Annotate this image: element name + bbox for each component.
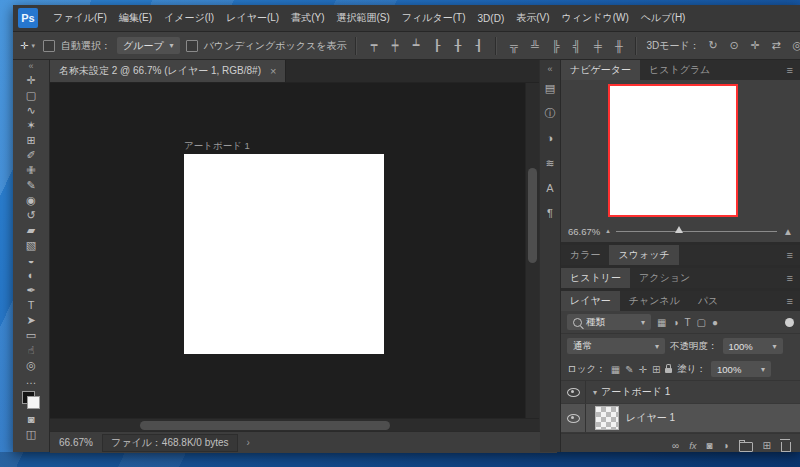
distribute-bottom-icon[interactable]: ╫ bbox=[611, 40, 626, 52]
brush-settings-panel-icon[interactable]: ≋ bbox=[545, 151, 554, 176]
tab-navigator[interactable]: ナビゲーター bbox=[561, 60, 640, 80]
background-color[interactable] bbox=[27, 396, 40, 409]
bounding-box-checkbox[interactable] bbox=[186, 40, 198, 52]
adjustments-panel-icon[interactable]: ◑ bbox=[547, 126, 554, 151]
menu-type[interactable]: 書式(Y) bbox=[285, 11, 330, 25]
layer-mask-icon[interactable]: ◙ bbox=[707, 440, 713, 451]
info-panel-icon[interactable]: ⓘ bbox=[545, 101, 556, 126]
navigator-zoom-slider[interactable] bbox=[616, 231, 777, 232]
pen-tool[interactable]: ✒ bbox=[13, 283, 49, 298]
vertical-scrollbar[interactable] bbox=[525, 83, 539, 418]
crop-tool[interactable]: ⊞ bbox=[13, 133, 49, 148]
3d-drag-icon[interactable]: ✛ bbox=[748, 39, 763, 52]
distribute-top-icon[interactable]: ╦ bbox=[506, 40, 521, 52]
opacity-dropdown[interactable]: 100% ▾ bbox=[723, 338, 783, 354]
filter-smart-objects-icon[interactable]: ● bbox=[712, 317, 718, 328]
align-vertical-centers-icon[interactable]: ┿ bbox=[387, 39, 402, 52]
tab-actions[interactable]: アクション bbox=[630, 268, 699, 288]
layer-filter-toggle[interactable] bbox=[785, 318, 794, 327]
distribute-horizontal-icon[interactable]: ╪ bbox=[590, 40, 605, 52]
quick-mask-icon[interactable]: ◙ bbox=[13, 412, 49, 427]
history-brush-tool[interactable]: ↺ bbox=[13, 208, 49, 223]
distribute-vertical-icon[interactable]: ╩ bbox=[527, 40, 542, 52]
3d-scale-icon[interactable]: ◎ bbox=[790, 39, 800, 52]
link-layers-icon[interactable]: ∞ bbox=[672, 440, 679, 451]
horizontal-scrollbar[interactable] bbox=[50, 418, 539, 432]
gradient-tool[interactable]: ▧ bbox=[13, 238, 49, 253]
layer-filter-dropdown[interactable]: 種類 ▾ bbox=[567, 314, 651, 330]
tab-paths[interactable]: パス bbox=[689, 291, 727, 311]
brush-tool[interactable]: ✎ bbox=[13, 178, 49, 193]
horizontal-scrollbar-thumb[interactable] bbox=[140, 421, 390, 430]
menu-image[interactable]: イメージ(I) bbox=[158, 11, 220, 25]
3d-roll-icon[interactable]: ⊙ bbox=[727, 39, 742, 52]
delete-layer-icon[interactable] bbox=[781, 442, 791, 452]
filter-pixel-layers-icon[interactable]: ▦ bbox=[657, 317, 666, 328]
lock-transparency-icon[interactable]: ▦ bbox=[611, 364, 620, 375]
zoom-tool[interactable]: ◎ bbox=[13, 358, 49, 373]
dodge-tool[interactable]: ◐ bbox=[13, 268, 49, 283]
blur-tool[interactable]: ◒ bbox=[13, 253, 49, 268]
3d-rotate-icon[interactable]: ↻ bbox=[706, 39, 721, 52]
move-tool[interactable]: ✛ bbox=[13, 73, 49, 88]
lasso-tool[interactable]: ∿ bbox=[13, 103, 49, 118]
clone-stamp-tool[interactable]: ◉ bbox=[13, 193, 49, 208]
edit-toolbar-icon[interactable]: … bbox=[13, 373, 49, 388]
menu-view[interactable]: 表示(V) bbox=[510, 11, 555, 25]
lock-artboard-icon[interactable]: ⊞ bbox=[652, 364, 660, 375]
tab-layers[interactable]: レイヤー bbox=[561, 291, 620, 311]
align-horizontal-centers-icon[interactable]: ╂ bbox=[450, 39, 465, 52]
panel-menu-icon[interactable]: ≡ bbox=[780, 268, 800, 288]
distribute-left-icon[interactable]: ╠ bbox=[548, 40, 563, 52]
menu-file[interactable]: ファイル(F) bbox=[47, 11, 113, 25]
3d-slide-icon[interactable]: ⇄ bbox=[769, 39, 784, 52]
document-tab[interactable]: 名称未設定 2 @ 66.7% (レイヤー 1, RGB/8#) × bbox=[50, 60, 286, 82]
layer-row-artboard[interactable]: ▾ アートボード 1 bbox=[561, 381, 800, 404]
blend-mode-dropdown[interactable]: 通常 ▾ bbox=[567, 338, 665, 354]
distribute-right-icon[interactable]: ╣ bbox=[569, 40, 584, 52]
eraser-tool[interactable]: ▰ bbox=[13, 223, 49, 238]
tab-history[interactable]: ヒストリー bbox=[561, 268, 630, 288]
navigator-proxy-view[interactable] bbox=[608, 84, 738, 217]
lock-pixels-icon[interactable]: ✎ bbox=[625, 364, 633, 375]
artboard[interactable] bbox=[184, 154, 384, 354]
marquee-tool[interactable]: ▢ bbox=[13, 88, 49, 103]
eyedropper-tool[interactable]: ✐ bbox=[13, 148, 49, 163]
type-tool[interactable]: T bbox=[13, 298, 49, 313]
artboard-label[interactable]: アートボード 1 bbox=[184, 140, 250, 153]
zoom-out-icon[interactable]: ▴ bbox=[606, 227, 610, 235]
visibility-toggle[interactable] bbox=[561, 381, 586, 403]
align-top-edges-icon[interactable]: ┯ bbox=[366, 39, 381, 52]
menu-edit[interactable]: 編集(E) bbox=[113, 11, 158, 25]
vertical-scrollbar-thumb[interactable] bbox=[528, 168, 537, 263]
menu-3d[interactable]: 3D(D) bbox=[472, 13, 511, 24]
auto-select-checkbox[interactable] bbox=[43, 40, 55, 52]
tab-channels[interactable]: チャンネル bbox=[620, 291, 689, 311]
close-icon[interactable]: × bbox=[270, 65, 276, 77]
tab-histogram[interactable]: ヒストグラム bbox=[640, 60, 719, 80]
navigator-zoom-value[interactable]: 66.67% bbox=[568, 226, 600, 237]
auto-select-dropdown[interactable]: グループ ▾ bbox=[117, 37, 180, 54]
menu-layer[interactable]: レイヤー(L) bbox=[220, 11, 285, 25]
tab-color[interactable]: カラー bbox=[561, 245, 609, 265]
collapse-tools-icon[interactable]: « bbox=[28, 60, 33, 73]
filter-type-layers-icon[interactable]: T bbox=[685, 317, 691, 328]
rectangle-tool[interactable]: ▭ bbox=[13, 328, 49, 343]
expand-panels-icon[interactable]: « bbox=[547, 62, 552, 76]
filter-shape-layers-icon[interactable]: ▢ bbox=[697, 317, 706, 328]
menu-select[interactable]: 選択範囲(S) bbox=[331, 11, 396, 25]
tool-preset-picker[interactable]: ✛ ▾ bbox=[20, 40, 35, 51]
layer-style-icon[interactable]: fx bbox=[689, 440, 696, 451]
libraries-panel-icon[interactable]: ▤ bbox=[545, 76, 555, 101]
lock-all-icon[interactable] bbox=[665, 368, 672, 373]
layer-row-layer1[interactable]: レイヤー 1 bbox=[561, 404, 800, 433]
align-right-edges-icon[interactable]: ┨ bbox=[471, 39, 486, 52]
zoom-level-field[interactable]: 66.67% bbox=[59, 437, 93, 448]
tab-swatches[interactable]: スウォッチ bbox=[609, 245, 678, 265]
panel-menu-icon[interactable]: ≡ bbox=[780, 291, 800, 311]
panel-menu-icon[interactable]: ≡ bbox=[780, 60, 800, 80]
quick-selection-tool[interactable]: ✶ bbox=[13, 118, 49, 133]
screen-mode-icon[interactable]: ◫ bbox=[13, 427, 49, 442]
canvas-area[interactable]: アートボード 1 bbox=[50, 83, 539, 418]
status-options-icon[interactable]: › bbox=[247, 437, 250, 448]
